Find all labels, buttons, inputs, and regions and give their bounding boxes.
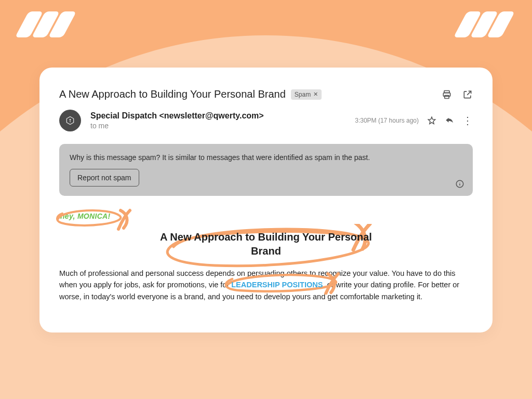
- email-subject: A New Approach to Building Your Personal…: [59, 88, 286, 100]
- close-icon[interactable]: ✕: [313, 91, 318, 98]
- svg-marker-6: [428, 117, 435, 124]
- star-icon[interactable]: [427, 116, 436, 125]
- leadership-positions-link[interactable]: LEADERSHIP POSITIONS: [231, 281, 323, 289]
- info-icon[interactable]: [455, 179, 464, 189]
- report-not-spam-button[interactable]: Report not spam: [70, 169, 139, 187]
- body-title: A New Approach to Building Your Personal…: [157, 230, 375, 258]
- more-icon[interactable]: ⋮: [462, 115, 473, 126]
- sender-name: Special Dispatch <newsletter@qwerty.com>: [90, 111, 355, 121]
- greeting-text: hey, MONICA!: [59, 211, 111, 221]
- body-paragraph: Much of professional and personal succes…: [59, 268, 473, 302]
- to-line: to me: [90, 122, 355, 130]
- timestamp: 3:30PM (17 hours ago): [355, 117, 419, 124]
- reply-icon[interactable]: [445, 116, 454, 125]
- open-external-icon[interactable]: [462, 89, 473, 100]
- svg-marker-3: [66, 117, 73, 125]
- spam-message: Why is this message spam? It is similar …: [70, 153, 462, 162]
- svg-point-4: [70, 119, 71, 121]
- greeting-annotation: hey, MONICA!: [59, 211, 111, 221]
- spam-chip-label: Spam: [295, 91, 311, 98]
- spam-chip[interactable]: Spam ✕: [291, 89, 322, 100]
- spam-banner: Why is this message spam? It is similar …: [59, 144, 473, 196]
- email-card: A New Approach to Building Your Personal…: [39, 68, 493, 332]
- print-icon[interactable]: [442, 89, 452, 100]
- avatar: [59, 110, 81, 131]
- deco-slashes-right: [460, 11, 510, 37]
- deco-slashes-left: [22, 11, 72, 37]
